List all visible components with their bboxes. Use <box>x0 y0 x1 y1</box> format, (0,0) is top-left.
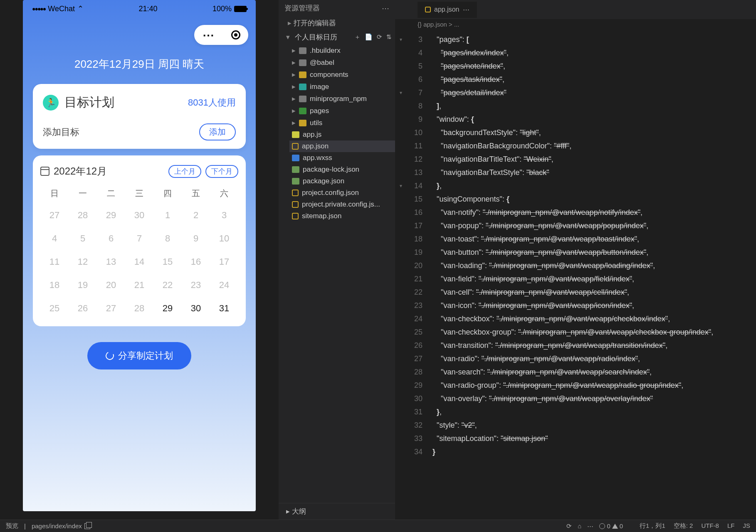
file-item[interactable]: project.private.config.js... <box>289 199 395 210</box>
calendar-day[interactable]: 10 <box>210 233 238 244</box>
calendar-day[interactable]: 27 <box>97 303 125 314</box>
calendar-day[interactable]: 28 <box>125 303 153 314</box>
statusbar-item[interactable]: JS <box>743 522 750 530</box>
explorer-more-icon[interactable]: ⋯ <box>382 4 389 13</box>
calendar-day[interactable]: 6 <box>97 233 125 244</box>
folder-item[interactable]: utils <box>289 117 395 129</box>
explorer-action-icon[interactable]: 📄 <box>365 33 373 41</box>
statusbar-item[interactable]: 空格: 2 <box>674 522 693 530</box>
file-type-icon <box>292 166 299 173</box>
statusbar-item[interactable]: UTF-8 <box>701 522 719 530</box>
explorer-action-icon[interactable]: ⟳ <box>377 33 382 41</box>
folder-item[interactable]: .hbuilderx <box>289 44 395 57</box>
calendar-day[interactable]: 17 <box>210 256 238 267</box>
outline-section[interactable]: 大纲 <box>279 503 395 520</box>
calendar-day[interactable]: 11 <box>40 256 69 267</box>
calendar-day[interactable]: 20 <box>97 280 125 291</box>
goal-usage-label: 8031人使用 <box>188 96 236 109</box>
refresh-icon[interactable]: ⟳ <box>566 522 572 530</box>
file-item[interactable]: project.config.json <box>289 187 395 199</box>
calendar-day[interactable]: 3 <box>210 210 238 221</box>
sb-preview[interactable]: 预览 <box>6 522 18 530</box>
editor-panel: app.json ⋯ {} app.json > ... ▾▾▾ 3456789… <box>395 0 756 520</box>
calendar-day[interactable]: 12 <box>69 256 97 267</box>
carrier-label: WeChat <box>48 5 75 13</box>
goal-card-title: 目标计划 <box>64 94 182 111</box>
calendar-day[interactable]: 9 <box>182 233 210 244</box>
folder-item[interactable]: @babel <box>289 57 395 69</box>
calendar-day[interactable]: 4 <box>40 233 69 244</box>
explorer-action-icon[interactable]: ⇅ <box>386 33 392 41</box>
calendar-card: 2022年12月 上个月 下个月 日一二三四五六 272829301234567… <box>33 155 246 326</box>
file-item[interactable]: app.json <box>289 140 395 152</box>
weekday-label: 四 <box>153 188 182 199</box>
calendar-day[interactable]: 19 <box>69 280 97 291</box>
calendar-month-label: 2022年12月 <box>54 165 164 178</box>
calendar-day[interactable]: 30 <box>182 303 210 314</box>
folder-item[interactable]: image <box>289 81 395 93</box>
folder-item[interactable]: components <box>289 69 395 81</box>
calendar-day[interactable]: 28 <box>69 210 97 221</box>
file-item[interactable]: app.wxss <box>289 152 395 164</box>
statusbar-item[interactable]: LF <box>727 522 735 530</box>
folder-item[interactable]: miniprogram_npm <box>289 93 395 105</box>
prev-month-button[interactable]: 上个月 <box>168 165 201 178</box>
more-icon[interactable]: ⋯ <box>587 522 593 530</box>
code-area[interactable]: ▾▾▾ 345678910111213141516171819202122232… <box>395 30 756 520</box>
calendar-day[interactable]: 27 <box>40 210 69 221</box>
folder-item[interactable]: pages <box>289 105 395 117</box>
calendar-day[interactable]: 29 <box>153 303 182 314</box>
file-name-label: .hbuilderx <box>310 47 341 55</box>
capsule-menu[interactable]: ⋯ <box>194 25 248 45</box>
calendar-day[interactable]: 30 <box>125 210 153 221</box>
share-button-label: 分享制定计划 <box>118 350 173 362</box>
calendar-day[interactable]: 2 <box>182 210 210 221</box>
share-plan-button[interactable]: 分享制定计划 <box>87 342 191 369</box>
file-name-label: app.js <box>303 131 321 139</box>
calendar-day[interactable]: 14 <box>125 256 153 267</box>
calendar-day[interactable]: 13 <box>97 256 125 267</box>
tab-app-json[interactable]: app.json ⋯ <box>418 2 477 18</box>
calendar-day[interactable]: 26 <box>69 303 97 314</box>
problems-indicator[interactable]: 0 0 <box>599 522 623 530</box>
calendar-day[interactable]: 1 <box>153 210 182 221</box>
calendar-day[interactable]: 24 <box>210 280 238 291</box>
calendar-day[interactable]: 5 <box>69 233 97 244</box>
file-item[interactable]: sitemap.json <box>289 210 395 222</box>
calendar-day[interactable]: 16 <box>182 256 210 267</box>
explorer-action-icon[interactable]: ＋ <box>354 33 361 41</box>
file-item[interactable]: package.json <box>289 175 395 187</box>
file-name-label: app.json <box>302 142 329 150</box>
calendar-day[interactable]: 23 <box>182 280 210 291</box>
calendar-day[interactable]: 15 <box>153 256 182 267</box>
file-type-icon <box>299 47 306 54</box>
file-type-icon <box>292 155 299 161</box>
calendar-day[interactable]: 8 <box>153 233 182 244</box>
project-root[interactable]: 个人目标日历 ＋📄⟳⇅ <box>279 30 395 44</box>
calendar-day[interactable]: 25 <box>40 303 69 314</box>
statusbar-item[interactable]: 行1，列1 <box>640 522 665 530</box>
capsule-close-icon[interactable] <box>231 30 240 39</box>
calendar-day[interactable]: 29 <box>97 210 125 221</box>
goal-avatar-icon: 🏃 <box>43 95 59 111</box>
capsule-more-icon[interactable]: ⋯ <box>203 28 215 42</box>
calendar-day[interactable]: 7 <box>125 233 153 244</box>
weekday-label: 一 <box>69 188 97 199</box>
calendar-day[interactable]: 21 <box>125 280 153 291</box>
calendar-day[interactable]: 31 <box>210 303 238 314</box>
chevron-right-icon <box>292 70 296 79</box>
code-content[interactable]: "pages": [ "pages/index/index", "pages/n… <box>428 30 756 520</box>
file-item[interactable]: app.js <box>289 129 395 140</box>
open-editors-section[interactable]: 打开的编辑器 <box>279 16 395 30</box>
file-type-icon <box>292 201 299 208</box>
sb-page-path[interactable]: pages/index/index <box>32 522 90 530</box>
copy-icon[interactable] <box>84 523 90 529</box>
add-goal-button[interactable]: 添加 <box>199 123 236 140</box>
calendar-day[interactable]: 18 <box>40 280 69 291</box>
file-item[interactable]: package-lock.json <box>289 164 395 175</box>
status-time: 21:40 <box>138 5 157 13</box>
home-icon[interactable]: ⌂ <box>578 522 581 530</box>
calendar-day[interactable]: 22 <box>153 280 182 291</box>
editor-breadcrumb[interactable]: {} app.json > ... <box>395 19 756 30</box>
next-month-button[interactable]: 下个月 <box>205 165 238 178</box>
